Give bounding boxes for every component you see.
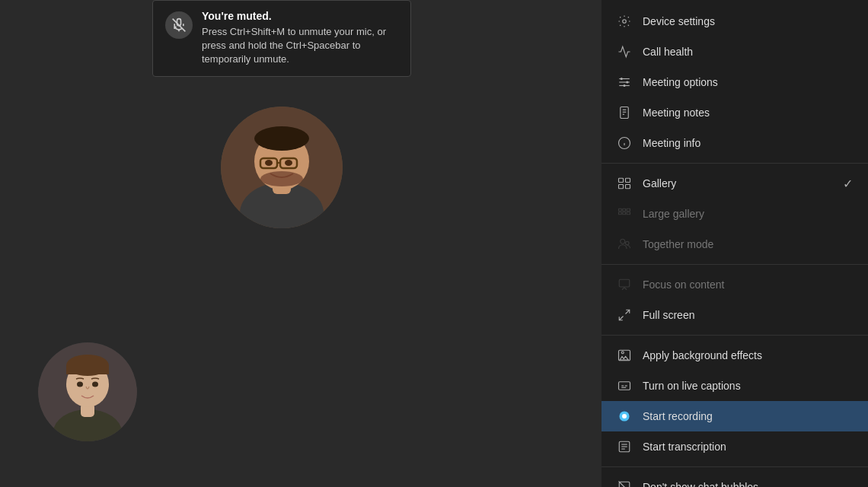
menu-item-full-screen[interactable]: Full screen — [602, 300, 868, 330]
svg-point-28 — [624, 84, 626, 87]
svg-rect-37 — [626, 178, 630, 182]
menu-item-live-captions[interactable]: Turn on live captions — [602, 371, 868, 401]
mute-description: Press Ctrl+Shift+M to unmute your mic, o… — [202, 25, 398, 67]
svg-rect-45 — [627, 212, 630, 215]
mute-notification: You're muted. Press Ctrl+Shift+M to unmu… — [152, 0, 411, 77]
svg-point-27 — [626, 81, 628, 84]
svg-rect-42 — [627, 208, 630, 211]
menu-item-together-mode: Together mode — [602, 229, 868, 259]
mute-icon — [165, 11, 193, 39]
menu-label-full-screen: Full screen — [643, 309, 853, 321]
menu-divider — [602, 466, 868, 467]
svg-point-58 — [622, 414, 627, 419]
svg-point-12 — [285, 160, 292, 166]
svg-line-50 — [619, 317, 623, 320]
menu-label-meeting-info: Meeting info — [643, 137, 853, 149]
menu-item-chat-bubbles[interactable]: Don't show chat bubbles — [602, 472, 868, 487]
captions-icon — [617, 378, 632, 393]
svg-rect-36 — [619, 178, 624, 182]
svg-rect-44 — [623, 212, 626, 215]
gallery-icon — [617, 176, 632, 191]
svg-point-26 — [621, 78, 623, 80]
menu-label-start-recording: Start recording — [643, 410, 853, 422]
check-gallery: ✓ — [843, 177, 853, 191]
activity-icon — [617, 44, 632, 59]
menu-item-focus-on-content: Focus on content — [602, 269, 868, 300]
menu-divider — [602, 163, 868, 164]
svg-point-13 — [260, 171, 303, 186]
menu-label-call-health: Call health — [643, 46, 853, 58]
menu-label-apply-background: Apply background effects — [643, 349, 853, 361]
gear-icon — [617, 14, 632, 29]
svg-rect-53 — [619, 382, 630, 390]
notes-icon — [617, 105, 632, 120]
mute-text-block: You're muted. Press Ctrl+Shift+M to unmu… — [202, 10, 398, 67]
menu-item-call-health[interactable]: Call health — [602, 37, 868, 67]
svg-point-22 — [623, 20, 627, 24]
svg-point-51 — [621, 352, 624, 354]
menu-item-meeting-info[interactable]: Meeting info — [602, 128, 868, 158]
together-icon — [617, 237, 632, 252]
menu-label-start-transcription: Start transcription — [643, 441, 853, 453]
menu-item-gallery[interactable]: Gallery✓ — [602, 168, 868, 199]
menu-label-live-captions: Turn on live captions — [643, 380, 853, 392]
svg-rect-41 — [623, 208, 626, 211]
menu-label-device-settings: Device settings — [643, 15, 853, 27]
main-video-area: You're muted. Press Ctrl+Shift+M to unmu… — [0, 0, 602, 487]
fullscreen-icon — [617, 307, 632, 323]
svg-point-47 — [626, 241, 630, 245]
menu-label-meeting-options: Meeting options — [643, 76, 853, 88]
menu-item-device-settings[interactable]: Device settings — [602, 6, 868, 37]
menu-label-gallery: Gallery — [643, 177, 832, 189]
menu-divider — [602, 264, 868, 265]
svg-rect-19 — [66, 365, 109, 374]
svg-point-20 — [77, 382, 83, 387]
video-large — [221, 107, 343, 228]
transcription-icon — [617, 439, 632, 454]
menu-label-together-mode: Together mode — [643, 238, 853, 250]
menu-item-apply-background[interactable]: Apply background effects — [602, 340, 868, 371]
menu-item-meeting-notes[interactable]: Meeting notes — [602, 97, 868, 128]
menu-label-large-gallery: Large gallery — [643, 208, 853, 220]
menu-item-meeting-options[interactable]: Meeting options — [602, 67, 868, 97]
svg-rect-38 — [619, 185, 624, 189]
info-icon — [617, 135, 632, 151]
menu-label-meeting-notes: Meeting notes — [643, 107, 853, 119]
video-small — [38, 342, 137, 441]
menu-panel: Device settingsCall healthMeeting option… — [602, 0, 868, 487]
svg-point-21 — [92, 382, 98, 387]
options-icon — [617, 75, 632, 90]
svg-rect-43 — [619, 212, 622, 215]
svg-rect-40 — [619, 208, 622, 211]
mute-title: You're muted. — [202, 10, 398, 22]
menu-item-start-recording[interactable]: Start recording — [602, 401, 868, 431]
svg-rect-48 — [619, 279, 630, 287]
svg-point-11 — [265, 160, 273, 166]
svg-rect-29 — [621, 107, 629, 119]
svg-point-7 — [254, 126, 309, 151]
menu-divider — [602, 335, 868, 336]
record-icon — [617, 409, 632, 424]
background-icon — [617, 348, 632, 363]
menu-label-chat-bubbles: Don't show chat bubbles — [643, 481, 853, 487]
chat-bubble-icon — [617, 479, 632, 487]
svg-point-46 — [621, 239, 625, 244]
large-gallery-icon — [617, 206, 632, 221]
svg-line-49 — [626, 310, 630, 314]
focus-icon — [617, 277, 632, 292]
menu-item-start-transcription[interactable]: Start transcription — [602, 431, 868, 462]
menu-label-focus-on-content: Focus on content — [643, 279, 853, 291]
menu-item-large-gallery: Large gallery — [602, 199, 868, 229]
svg-rect-39 — [626, 185, 630, 189]
